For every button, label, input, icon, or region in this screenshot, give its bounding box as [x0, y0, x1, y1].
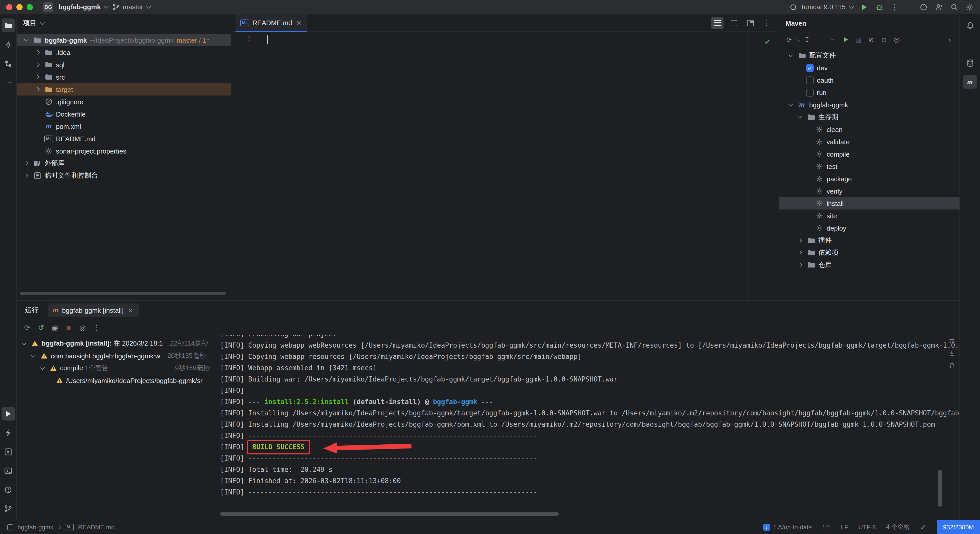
code-with-me-button[interactable]	[920, 3, 928, 11]
filter-output-button[interactable]: ◎	[76, 321, 89, 333]
console-horizontal-scrollbar[interactable]	[220, 512, 559, 516]
build-root-row[interactable]: bggfab-ggmk [install]: 在 2026/3/2 18:1 2…	[17, 337, 217, 350]
close-window-button[interactable]	[6, 4, 12, 10]
project-horizontal-scrollbar[interactable]	[20, 292, 226, 295]
statusbar-project[interactable]: bggfab-ggmk	[18, 523, 53, 531]
maven-goal-install[interactable]: install	[780, 197, 959, 209]
build-warning-file-row[interactable]: /Users/miyamiko/IdeaProjects/bggfab-ggmk…	[17, 374, 217, 387]
collapse-chevron-icon[interactable]	[29, 352, 37, 360]
maven-goal-verify[interactable]: verify	[780, 185, 959, 197]
maven-lifecycle-node[interactable]: 生存期	[780, 111, 959, 123]
memory-indicator[interactable]: 932/2300M	[937, 520, 980, 534]
database-tool-button[interactable]	[963, 56, 977, 70]
git-status-widget[interactable]: ↓ 1 Δ/up-to-date	[763, 523, 812, 531]
clear-console-button[interactable]	[948, 362, 955, 369]
expand-chevron-icon[interactable]	[22, 172, 30, 180]
tree-row-target[interactable]: target	[17, 83, 231, 96]
maven-profiles-node[interactable]: 配置文件	[780, 49, 959, 62]
tree-row-pom[interactable]: m pom.xml	[17, 120, 231, 132]
more-actions-button[interactable]: ⋮	[891, 2, 899, 11]
maven-goal-validate[interactable]: validate	[780, 135, 959, 148]
endpoints-tool-button[interactable]	[1, 426, 15, 440]
tree-row-sonar[interactable]: sonar-project.properties	[17, 145, 231, 157]
checkbox-checked[interactable]	[806, 64, 814, 72]
profiler-button[interactable]: ◉	[49, 321, 61, 333]
structure-tool-button[interactable]	[1, 56, 15, 70]
maven-goal-clean[interactable]: clean	[780, 123, 959, 135]
maven-dependencies-node[interactable]: 依赖项	[780, 247, 959, 259]
download-sources-button[interactable]: ↧	[802, 34, 813, 45]
tree-row-external-libraries[interactable]: 外部库	[17, 157, 231, 169]
tab-readme[interactable]: M↓ README.md	[235, 14, 308, 31]
notifications-button[interactable]	[963, 19, 977, 32]
tree-row-idea[interactable]: .idea	[17, 46, 231, 59]
services-tool-button[interactable]	[1, 445, 15, 459]
console-vertical-scrollbar[interactable]	[938, 470, 942, 507]
show-more-chevron[interactable]: ›	[944, 34, 955, 45]
build-compile-row[interactable]: compile 1个警告 9秒159毫秒	[17, 362, 217, 374]
tree-row-sql[interactable]: sql	[17, 59, 231, 71]
search-everywhere-button[interactable]	[950, 3, 958, 11]
maven-module-node[interactable]: m bggfab-ggmk	[780, 99, 959, 111]
collapse-chevron-icon[interactable]	[20, 340, 28, 347]
expand-chevron-icon[interactable]	[796, 236, 804, 244]
debug-button[interactable]	[875, 3, 883, 11]
tree-row-dockerfile[interactable]: Dockerfile	[17, 108, 231, 120]
expand-chevron-icon[interactable]	[33, 73, 41, 81]
statusbar-file[interactable]: README.md	[78, 523, 115, 531]
maven-tool-button[interactable]: m	[963, 75, 977, 89]
close-tab-icon[interactable]	[127, 307, 134, 314]
run-tab[interactable]: m bggfab-ggmk [install]	[48, 303, 139, 317]
editor-more-button[interactable]: ⋮	[760, 17, 773, 29]
editor-body[interactable]: 1	[231, 32, 779, 300]
collapse-chevron-icon[interactable]	[796, 113, 804, 121]
run-maven-goal-button[interactable]	[840, 34, 851, 45]
project-root-row[interactable]: bggfab-ggmk ~/IdeaProjects/bggfab-ggmk m…	[17, 34, 231, 46]
more-tools-button[interactable]: ⋯	[1, 75, 15, 89]
run-tool-button[interactable]	[1, 406, 15, 421]
maven-goal-deploy[interactable]: deploy	[780, 222, 959, 234]
maven-goal-package[interactable]: package	[780, 172, 959, 185]
maven-profile-run[interactable]: run	[780, 86, 959, 99]
maven-goal-site[interactable]: site	[780, 209, 959, 222]
filter-button[interactable]: ◎	[891, 34, 902, 45]
checkbox-unchecked[interactable]	[806, 89, 814, 96]
maven-goal-compile[interactable]: compile	[780, 148, 959, 160]
scroll-to-end-button[interactable]	[948, 350, 955, 357]
soft-wrap-button[interactable]	[948, 337, 955, 344]
expand-chevron-icon[interactable]	[796, 261, 804, 269]
split-editor-button[interactable]	[727, 17, 740, 29]
execute-maven-goal-button[interactable]: ▦	[853, 34, 864, 45]
git-branch-widget[interactable]: master	[113, 3, 150, 11]
readonly-toggle[interactable]	[920, 524, 927, 531]
run-more-button[interactable]: ⋮	[90, 321, 103, 333]
detach-editor-button[interactable]	[744, 17, 756, 29]
maven-repositories-node[interactable]: 仓库	[780, 259, 959, 271]
encoding-widget[interactable]: UTF-8	[858, 523, 876, 531]
expand-chevron-icon[interactable]	[33, 61, 41, 69]
expand-chevron-icon[interactable]	[33, 85, 41, 94]
close-tab-icon[interactable]	[296, 19, 302, 26]
offline-mode-toggle[interactable]: ⊖	[878, 34, 890, 45]
expand-chevron-icon[interactable]	[33, 48, 41, 56]
maven-profile-dev[interactable]: dev	[780, 62, 959, 74]
maven-goal-test[interactable]: test	[780, 160, 959, 172]
rerun-button[interactable]: ⟳	[21, 321, 33, 333]
terminal-tool-button[interactable]	[1, 464, 15, 478]
maven-plugins-node[interactable]: 插件	[780, 234, 959, 247]
maximize-window-button[interactable]	[27, 4, 33, 10]
stop-button[interactable]: ■	[63, 321, 75, 333]
expand-chevron-icon[interactable]	[22, 159, 30, 167]
run-configuration-widget[interactable]: Tomcat 9.0.115	[790, 3, 853, 11]
problems-tool-button[interactable]	[1, 483, 15, 497]
add-profile-button[interactable]: +	[814, 34, 826, 45]
tree-row-scratches[interactable]: 临时文件和控制台	[17, 169, 231, 182]
collapse-chevron-icon[interactable]	[787, 51, 795, 59]
collapse-chevron-icon[interactable]	[787, 100, 795, 109]
collapse-chevron-icon[interactable]	[22, 36, 30, 44]
project-tool-button[interactable]	[1, 19, 15, 32]
tree-row-gitignore[interactable]: .gitignore	[17, 96, 231, 108]
indent-widget[interactable]: 4 个空格	[886, 523, 910, 531]
checkbox-unchecked[interactable]	[806, 76, 814, 84]
line-separator-widget[interactable]: LF	[841, 523, 848, 531]
